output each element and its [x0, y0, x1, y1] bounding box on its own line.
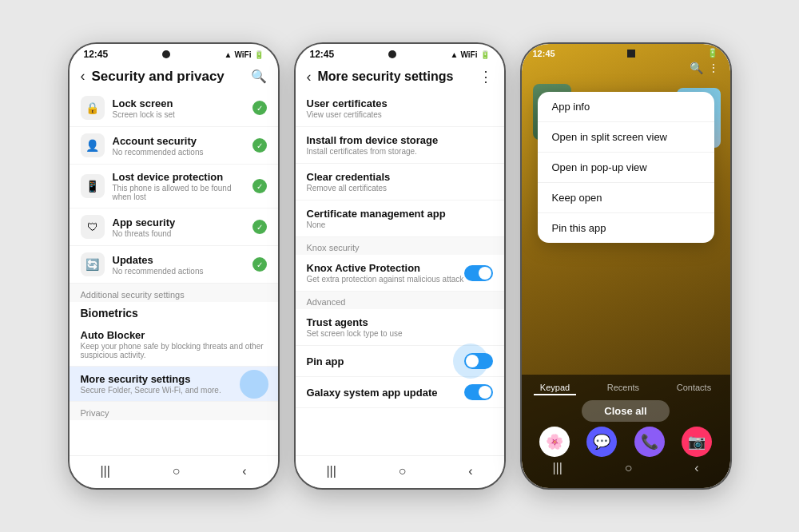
tab-keypad[interactable]: Keypad — [534, 381, 576, 395]
header-1: ‹ Security and privacy 🔍 — [70, 62, 278, 89]
app-security-title: App security — [113, 216, 252, 228]
screen2: ‹ More security settings ⋮ User certific… — [296, 62, 504, 455]
additional-security-label: Additional security settings — [70, 284, 278, 302]
back-icon-2[interactable]: ‹ — [307, 69, 312, 85]
app-icon-phone[interactable]: 📞 — [634, 427, 665, 457]
nav-back-2[interactable]: ‹ — [457, 461, 483, 482]
app-icon-daisy[interactable]: 🌸 — [539, 427, 570, 457]
pin-app-toggle[interactable] — [464, 353, 493, 369]
galaxy-update-toggle[interactable] — [464, 384, 493, 400]
close-all-button[interactable]: Close all — [582, 400, 669, 422]
lock-icon: 🔒 — [81, 96, 105, 120]
status-icons-1: ▲ WiFi 🔋 — [225, 50, 264, 59]
screen3: 12:45 🔋 🔍 ⋮ * 0 — [522, 44, 730, 488]
phone3-top-icons: 🔍 ⋮ — [522, 60, 730, 77]
nav-recent-1[interactable]: ||| — [89, 461, 121, 482]
tab-contacts[interactable]: Contacts — [670, 381, 718, 395]
lost-device-title: Lost device protection — [113, 171, 252, 183]
nav-back-1[interactable]: ‹ — [231, 461, 257, 482]
setting-user-certs[interactable]: User certificates View user certificates — [296, 90, 504, 127]
pin-app-title: Pin app — [307, 355, 464, 367]
phone3: 12:45 🔋 🔍 ⋮ * 0 — [520, 42, 732, 490]
more-icon-2[interactable]: ⋮ — [479, 68, 493, 85]
setting-lock-screen[interactable]: 🔒 Lock screen Screen lock is set ✓ — [70, 89, 278, 127]
app-icon-messages[interactable]: 💬 — [586, 427, 617, 457]
ripple-effect — [240, 370, 268, 399]
search-icon-1[interactable]: 🔍 — [251, 69, 267, 84]
cert-mgmt-title: Certificate management app — [307, 208, 493, 220]
status-bar-2: 12:45 ▲ WiFi 🔋 — [296, 44, 504, 62]
time-1: 12:45 — [84, 49, 109, 60]
screen1: ‹ Security and privacy 🔍 🔒 Lock screen S… — [70, 62, 278, 455]
time-3: 12:45 — [533, 49, 555, 58]
updates-icon: 🔄 — [81, 252, 105, 276]
ctx-keep-open[interactable]: Keep open — [538, 183, 714, 213]
setting-auto-blocker[interactable]: Auto Blocker Keep your phone safe by blo… — [70, 323, 278, 367]
nav-home-3[interactable]: ○ — [625, 461, 633, 475]
cert-mgmt-sub: None — [307, 220, 493, 229]
install-storage-sub: Install certificates from storage. — [307, 147, 493, 156]
lock-screen-check: ✓ — [252, 101, 267, 115]
trust-agents-sub: Set screen lock type to use — [307, 329, 493, 338]
ctx-pin-app[interactable]: Pin this app — [538, 213, 714, 243]
tab-recents[interactable]: Recents — [601, 381, 646, 395]
lost-device-check: ✓ — [252, 179, 267, 193]
user-certs-sub: View user certificates — [307, 110, 493, 119]
ctx-popup-view[interactable]: Open in pop-up view — [538, 153, 714, 183]
phone1: 12:45 ▲ WiFi 🔋 ‹ Security and privacy 🔍 … — [68, 42, 280, 490]
app-icons-row: 🌸 💬 📞 📷 — [522, 427, 730, 457]
app-security-check: ✓ — [252, 220, 267, 234]
pin-app-toggle-wrap — [464, 353, 493, 369]
setting-clear-creds[interactable]: Clear credentials Remove all certificate… — [296, 164, 504, 200]
more-icon-3[interactable]: ⋮ — [708, 62, 719, 74]
knox-toggle[interactable] — [464, 265, 493, 281]
camera-notch-1 — [162, 50, 170, 58]
nav-bar-2: ||| ○ ‹ — [296, 455, 504, 488]
nav-recent-3[interactable]: ||| — [552, 461, 562, 475]
ctx-app-info[interactable]: App info — [538, 92, 714, 122]
time-2: 12:45 — [310, 49, 335, 60]
setting-galaxy-update[interactable]: Galaxy system app update — [296, 377, 504, 408]
clear-creds-sub: Remove all certificates — [307, 184, 493, 193]
status-icons-2: ▲ WiFi 🔋 — [451, 50, 490, 59]
phone2: 12:45 ▲ WiFi 🔋 ‹ More security settings … — [294, 42, 506, 490]
setting-install-storage[interactable]: Install from device storage Install cert… — [296, 127, 504, 164]
context-menu: App info Open in split screen view Open … — [538, 92, 714, 243]
setting-updates[interactable]: 🔄 Updates No recommended actions ✓ — [70, 246, 278, 284]
updates-title: Updates — [113, 254, 252, 266]
app-security-icon: 🛡 — [81, 215, 105, 239]
setting-more-security[interactable]: More security settings Secure Folder, Se… — [70, 367, 278, 402]
nav-home-2[interactable]: ○ — [388, 461, 418, 482]
privacy-label: Privacy — [70, 402, 278, 420]
auto-blocker-title: Auto Blocker — [81, 329, 267, 341]
app-icon-camera[interactable]: 📷 — [682, 427, 712, 457]
nav-recent-2[interactable]: ||| — [315, 461, 347, 482]
recents-footer: Keypad Recents Contacts Close all 🌸 💬 📞 … — [522, 375, 730, 488]
setting-knox-protection[interactable]: Knox Active Protection Get extra protect… — [296, 255, 504, 292]
setting-account-security[interactable]: 👤 Account security No recommended action… — [70, 127, 278, 165]
updates-sub: No recommended actions — [113, 267, 252, 276]
knox-sub: Get extra protection against malicious a… — [307, 275, 464, 284]
setting-cert-mgmt[interactable]: Certificate management app None — [296, 200, 504, 237]
ctx-split-screen[interactable]: Open in split screen view — [538, 122, 714, 153]
setting-lost-device[interactable]: 📱 Lost device protection This phone is a… — [70, 165, 278, 208]
camera-notch-3 — [627, 50, 635, 58]
nav-home-1[interactable]: ○ — [161, 461, 192, 482]
galaxy-update-title: Galaxy system app update — [307, 387, 464, 399]
status-icons-3: 🔋 — [707, 48, 718, 58]
setting-pin-app[interactable]: Pin app — [296, 346, 504, 377]
search-icon-3[interactable]: 🔍 — [690, 62, 703, 74]
setting-app-security[interactable]: 🛡 App security No threats found ✓ — [70, 208, 278, 246]
lock-screen-title: Lock screen — [113, 97, 252, 109]
page-title-1: Security and privacy — [92, 69, 251, 85]
back-icon-1[interactable]: ‹ — [81, 68, 85, 85]
more-security-sub: Secure Folder, Secure Wi-Fi, and more. — [81, 386, 267, 395]
camera-notch-2 — [388, 50, 396, 58]
nav-back-3[interactable]: ‹ — [694, 461, 698, 475]
account-check: ✓ — [252, 138, 267, 153]
close-all-btn-wrap: Close all — [522, 400, 730, 422]
user-certs-title: User certificates — [307, 97, 493, 109]
clear-creds-title: Clear credentials — [307, 171, 493, 183]
status-bar-3: 12:45 🔋 — [522, 44, 730, 60]
setting-trust-agents[interactable]: Trust agents Set screen lock type to use — [296, 309, 504, 346]
